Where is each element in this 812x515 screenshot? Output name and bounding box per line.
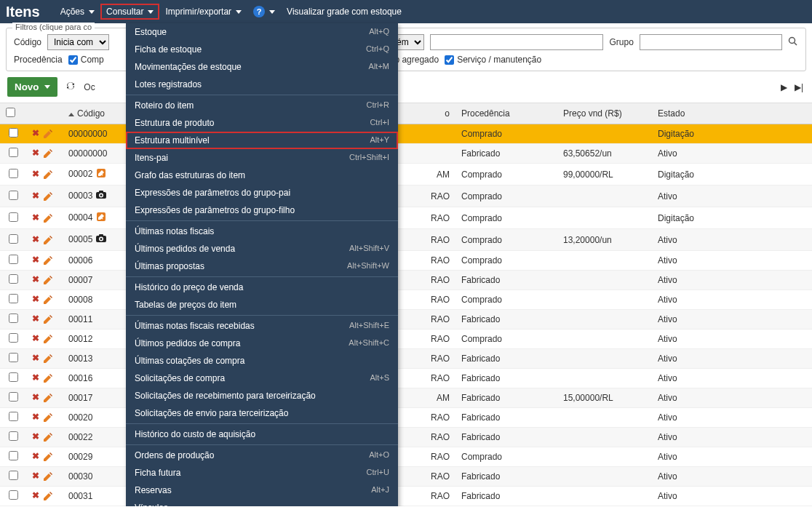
edit-icon[interactable] [42, 148, 54, 159]
chk-servico[interactable]: Serviço / manutenção [445, 55, 541, 65]
delete-icon[interactable]: ✖ [32, 451, 39, 461]
delete-icon[interactable]: ✖ [32, 490, 39, 500]
dropdown-item[interactable]: Solicitações de recebimento para terceir… [126, 387, 398, 404]
dropdown-item[interactable]: EstoqueAlt+Q [126, 23, 398, 41]
row-checkbox[interactable] [9, 314, 18, 323]
camera-icon[interactable] [95, 189, 107, 203]
novo-button[interactable]: Novo [7, 77, 57, 97]
row-checkbox[interactable] [9, 490, 18, 500]
dropdown-item[interactable]: Tabelas de preços do item [126, 296, 398, 314]
menu-acoes[interactable]: Ações [55, 4, 100, 20]
col-preco[interactable]: Preço vnd (R$) [557, 103, 652, 124]
table-row[interactable]: ✖00012RAOCompradoAtivo [0, 330, 812, 349]
dropdown-item[interactable]: Grafo das estruturas do item [126, 167, 398, 184]
table-row[interactable]: ✖00016RAOFabricadoAtivo [0, 369, 812, 388]
delete-icon[interactable]: ✖ [32, 333, 39, 343]
delete-icon[interactable]: ✖ [32, 431, 39, 442]
edit-icon[interactable] [42, 255, 54, 266]
dropdown-item[interactable]: Expressões de parâmetros do grupo-filho [126, 201, 398, 219]
table-row[interactable]: ✖00008RAOCompradoAtivo [0, 290, 812, 310]
dropdown-item[interactable]: Roteiro do itemCtrl+R [126, 97, 398, 114]
note-icon[interactable] [95, 211, 107, 225]
delete-icon[interactable]: ✖ [32, 294, 39, 304]
col-estado[interactable]: Estado [652, 103, 812, 124]
table-row[interactable]: ✖00031RAOFabricadoAtivo [0, 487, 812, 506]
dropdown-item[interactable]: Vínculos [126, 499, 398, 506]
menu-imprimir[interactable]: Imprimir/exportar [159, 4, 247, 20]
table-row[interactable]: ✖00022RAOFabricadoAtivo [0, 428, 812, 447]
dropdown-item[interactable]: Ordens de produçãoAlt+O [126, 447, 398, 464]
dropdown-item[interactable]: Histórico do custo de aquisição [126, 426, 398, 443]
table-row[interactable]: ✖00005RAOComprado13,20000/unAtivo [0, 229, 812, 251]
menu-visualizar-grade[interactable]: Visualizar grade com estoque [281, 4, 407, 20]
row-checkbox[interactable] [9, 128, 18, 137]
delete-icon[interactable]: ✖ [32, 128, 39, 138]
refresh-icon[interactable] [65, 80, 76, 94]
table-row[interactable]: ✖00020RAOFabricadoAtivo [0, 408, 812, 428]
menu-consultar[interactable]: Consultar [100, 4, 159, 20]
table-row[interactable]: ✖00030RAOFabricadoAtivo [0, 467, 812, 487]
delete-icon[interactable]: ✖ [32, 353, 39, 363]
dropdown-item[interactable]: Últimas propostasAlt+Shift+W [126, 258, 398, 275]
chk-comprado[interactable]: Comp [68, 55, 104, 65]
edit-icon[interactable] [42, 212, 54, 224]
dropdown-item[interactable]: Solicitações de envio para terceirização [126, 404, 398, 422]
pager-next[interactable]: ▶ [779, 82, 789, 92]
row-checkbox[interactable] [9, 412, 18, 421]
delete-icon[interactable]: ✖ [32, 255, 39, 265]
table-row[interactable]: ✖00011RAOFabricadoAtivo [0, 310, 812, 330]
edit-icon[interactable] [42, 274, 54, 286]
delete-icon[interactable]: ✖ [32, 274, 39, 284]
edit-icon[interactable] [42, 353, 54, 364]
row-checkbox[interactable] [9, 333, 18, 343]
row-checkbox[interactable] [9, 191, 18, 200]
row-checkbox[interactable] [9, 212, 18, 222]
dropdown-item[interactable]: Itens-paiCtrl+Shift+I [126, 149, 398, 167]
table-row[interactable]: ✖00006RAOCompradoAtivo [0, 251, 812, 271]
row-checkbox[interactable] [9, 274, 18, 284]
row-checkbox[interactable] [9, 169, 18, 178]
table-row[interactable]: ✖00017AMFabricado15,00000/RLAtivo [0, 388, 812, 408]
edit-icon[interactable] [42, 392, 54, 404]
dropdown-item[interactable]: Últimas notas fiscais recebidasAlt+Shift… [126, 317, 398, 335]
table-row[interactable]: ✖00029RAOCompradoAtivo [0, 447, 812, 467]
table-row[interactable]: ✖00004RAOCompradoDigitação [0, 207, 812, 229]
dropdown-item[interactable]: Lotes registrados [126, 76, 398, 93]
delete-icon[interactable]: ✖ [32, 471, 39, 481]
edit-icon[interactable] [42, 431, 54, 443]
dropdown-item[interactable]: Últimos pedidos de compraAlt+Shift+C [126, 335, 398, 352]
row-checkbox[interactable] [9, 234, 18, 244]
edit-icon[interactable] [42, 490, 54, 502]
table-row[interactable]: ✖00002AMComprado99,00000/RLDigitação [0, 164, 812, 185]
dropdown-item[interactable]: Estrutura multinívelAlt+Y [126, 132, 398, 149]
row-checkbox[interactable] [9, 451, 18, 460]
edit-icon[interactable] [42, 471, 54, 482]
dropdown-item[interactable]: Últimas notas fiscais [126, 223, 398, 240]
dropdown-item[interactable]: Ficha de estoqueCtrl+Q [126, 41, 398, 58]
note-icon[interactable] [95, 167, 107, 181]
col-procedencia[interactable]: Procedência [455, 103, 557, 124]
dropdown-item[interactable]: Últimas cotações de compra [126, 352, 398, 370]
delete-icon[interactable]: ✖ [32, 169, 39, 179]
dropdown-item[interactable]: ReservasAlt+J [126, 482, 398, 499]
edit-icon[interactable] [42, 372, 54, 384]
delete-icon[interactable]: ✖ [32, 191, 39, 201]
edit-icon[interactable] [42, 169, 54, 180]
delete-icon[interactable]: ✖ [32, 212, 39, 223]
dropdown-item[interactable]: Expressões de parâmetros do grupo-pai [126, 184, 398, 201]
edit-icon[interactable] [42, 234, 54, 246]
table-row[interactable]: ✖00013RAOFabricadoAtivo [0, 349, 812, 369]
menu-help[interactable]: ? [247, 3, 281, 20]
delete-icon[interactable]: ✖ [32, 412, 39, 422]
delete-icon[interactable]: ✖ [32, 314, 39, 324]
dropdown-item[interactable]: Histórico do preço de venda [126, 279, 398, 296]
dropdown-item[interactable]: Ficha futuraCtrl+U [126, 464, 398, 482]
row-checkbox[interactable] [9, 148, 18, 157]
edit-icon[interactable] [42, 451, 54, 463]
select-all-checkbox[interactable] [6, 108, 15, 117]
delete-icon[interactable]: ✖ [32, 392, 39, 402]
edit-icon[interactable] [42, 128, 54, 140]
desc-filter-input[interactable] [430, 34, 603, 50]
row-checkbox[interactable] [9, 255, 18, 264]
edit-icon[interactable] [42, 314, 54, 325]
